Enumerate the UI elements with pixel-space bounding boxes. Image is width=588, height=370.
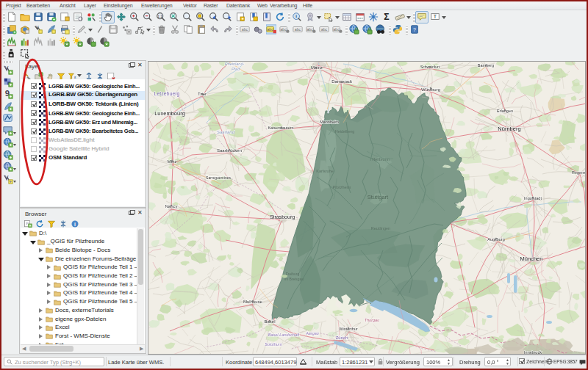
svg-text:Luxembourg: Luxembourg (154, 110, 185, 117)
svg-text:Solothurn: Solothurn (265, 342, 282, 347)
svg-text:abc: abc (267, 27, 273, 32)
svg-text:Zürich: Zürich (336, 335, 348, 340)
svg-text:Mannheim: Mannheim (320, 120, 339, 124)
svg-text:Karlsruhe: Karlsruhe (316, 169, 334, 173)
svg-text:abc: abc (280, 27, 287, 32)
svg-text:i: i (295, 13, 297, 18)
svg-text:Sarreguemines: Sarreguemines (206, 175, 231, 180)
svg-text:Regensb: Regensb (572, 170, 586, 175)
svg-text:Aargau: Aargau (305, 331, 319, 335)
svg-text:abc: abc (242, 27, 248, 32)
svg-text:i: i (74, 222, 76, 227)
svg-text:abc: abc (306, 27, 313, 32)
svg-text:Heidelberg: Heidelberg (335, 129, 355, 134)
svg-text:im Breisgau: im Breisgau (284, 277, 304, 281)
svg-text:Rheinland-: Rheinland- (225, 62, 245, 66)
svg-text:Basel-Landschaft: Basel-Landschaft (268, 333, 300, 337)
svg-text:abc: abc (321, 27, 328, 32)
svg-text:Nürnberg: Nürnberg (498, 126, 520, 132)
svg-text:München: München (520, 255, 543, 262)
svg-text:Freiburg: Freiburg (286, 272, 300, 276)
svg-text:Σ: Σ (384, 12, 389, 22)
svg-text:Pforzheim: Pforzheim (333, 185, 351, 189)
svg-text:?: ? (413, 27, 416, 32)
svg-text:1:1: 1:1 (157, 15, 162, 18)
svg-text:Stuttgart: Stuttgart (368, 194, 389, 200)
svg-text:abc: abc (295, 27, 301, 32)
svg-text:Heilbronn: Heilbronn (372, 157, 390, 162)
svg-text:Letzebuerg: Letzebuerg (154, 91, 179, 97)
svg-text:T: T (434, 14, 437, 19)
svg-text:abc: abc (333, 27, 340, 32)
svg-text:Pfalz: Pfalz (232, 67, 240, 71)
svg-text:Thurgau: Thurgau (365, 318, 380, 322)
svg-text:Saarland: Saarland (217, 130, 235, 134)
svg-text:Strasbourg: Strasbourg (270, 214, 295, 220)
svg-text:V: V (5, 65, 9, 70)
svg-text:Reutlingen: Reutlingen (371, 226, 390, 231)
svg-text:V: V (5, 175, 9, 180)
